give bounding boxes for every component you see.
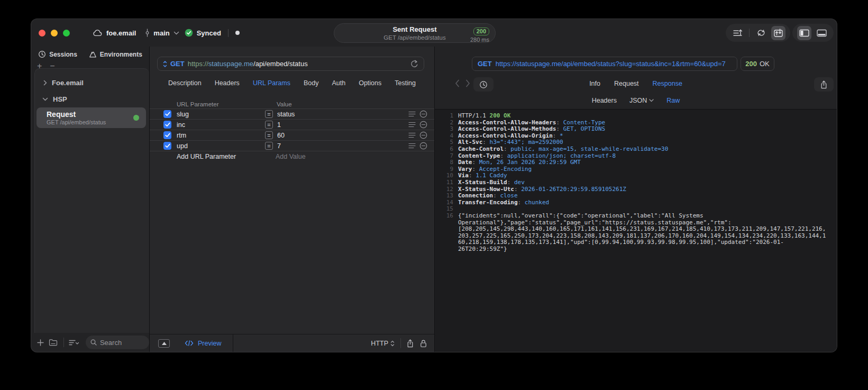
toolbar-group-layout bbox=[792, 24, 834, 42]
param-checkbox[interactable] bbox=[163, 110, 171, 118]
param-name[interactable]: rtm bbox=[177, 132, 257, 139]
param-operator[interactable]: = bbox=[265, 121, 273, 129]
export-response-button[interactable] bbox=[814, 77, 834, 92]
line-number: 2 bbox=[435, 120, 458, 126]
param-checkbox[interactable] bbox=[163, 142, 171, 150]
response-status-code: 200 bbox=[745, 60, 757, 68]
sidebar-toggle-icon[interactable] bbox=[797, 26, 811, 40]
line-number: 1 bbox=[435, 113, 458, 120]
search-icon bbox=[90, 339, 97, 346]
param-operator[interactable]: = bbox=[265, 142, 273, 150]
param-checkbox[interactable] bbox=[163, 131, 171, 139]
remove-param-icon[interactable] bbox=[419, 131, 427, 139]
sidebar: Sessions Environments + − Foe.email bbox=[31, 47, 149, 352]
tab-headers[interactable]: Headers bbox=[215, 79, 240, 87]
request-list-item[interactable]: Request GET /api/embed/status bbox=[36, 107, 146, 128]
collapse-panel-button[interactable] bbox=[158, 339, 170, 348]
response-tab-response[interactable]: Response bbox=[653, 80, 682, 87]
response-subtab-json[interactable]: JSON bbox=[629, 97, 654, 104]
param-name[interactable]: upd bbox=[177, 142, 257, 150]
method-label: GET bbox=[170, 60, 185, 68]
add-request-button[interactable] bbox=[37, 339, 44, 346]
tab-auth[interactable]: Auth bbox=[332, 79, 345, 87]
tab-url-params[interactable]: URL Params bbox=[253, 79, 290, 87]
param-row: inc=1 bbox=[150, 119, 434, 130]
sort-options-icon[interactable] bbox=[69, 339, 80, 346]
response-subtab-raw[interactable]: Raw bbox=[666, 97, 680, 104]
param-name[interactable]: slug bbox=[177, 111, 257, 118]
tab-options[interactable]: Options bbox=[359, 79, 381, 87]
column-header-value: Value bbox=[277, 101, 292, 107]
environments-icon bbox=[89, 51, 97, 58]
preview-label: Preview bbox=[198, 340, 221, 347]
params-table-header: URL Parameter Value bbox=[150, 100, 434, 108]
search-input[interactable]: Search bbox=[86, 335, 149, 349]
sync-status[interactable]: Synced bbox=[185, 29, 221, 37]
line-number: 5 bbox=[435, 139, 458, 146]
toolbar-group-requests bbox=[726, 24, 790, 42]
drag-handle-icon[interactable] bbox=[408, 111, 416, 117]
param-checkbox[interactable] bbox=[163, 121, 171, 129]
param-operator[interactable]: = bbox=[265, 131, 273, 139]
preview-button[interactable]: Preview bbox=[185, 340, 221, 347]
response-header-line: Transfer-Encoding: chunked bbox=[458, 199, 837, 206]
duration-label: 280 ms bbox=[470, 37, 489, 43]
minimize-button[interactable] bbox=[51, 30, 58, 37]
project-selector[interactable]: foe.email bbox=[93, 29, 136, 37]
remove-session-button[interactable]: − bbox=[50, 62, 54, 70]
param-value[interactable]: 60 bbox=[277, 132, 408, 139]
desktop: foe.email main Synced bbox=[0, 0, 868, 390]
response-tab-request[interactable]: Request bbox=[614, 80, 639, 87]
new-folder-icon[interactable] bbox=[49, 339, 58, 346]
share-icon[interactable] bbox=[407, 339, 414, 348]
param-value[interactable]: 1 bbox=[277, 121, 408, 129]
close-button[interactable] bbox=[39, 30, 45, 37]
param-name[interactable]: inc bbox=[177, 121, 257, 129]
lock-icon[interactable] bbox=[420, 339, 427, 348]
zoom-button[interactable] bbox=[63, 30, 70, 37]
unsaved-dot bbox=[235, 31, 240, 35]
tab-sessions[interactable]: Sessions bbox=[38, 50, 77, 58]
sync-cycle-icon[interactable] bbox=[754, 26, 768, 40]
tab-environments[interactable]: Environments bbox=[89, 50, 142, 58]
response-toolbar: InfoRequestResponse bbox=[435, 77, 837, 92]
tab-description[interactable]: Description bbox=[168, 79, 202, 87]
param-value[interactable]: status bbox=[277, 111, 408, 118]
add-value-placeholder[interactable]: Add Value bbox=[276, 153, 306, 160]
sidebar-bottom-bar: Search bbox=[31, 333, 149, 352]
sent-request-pill[interactable]: Sent Request GET /api/embed/status 200 2… bbox=[334, 23, 496, 43]
tab-testing[interactable]: Testing bbox=[395, 79, 416, 87]
tree-item-hsp[interactable]: HSP bbox=[35, 93, 149, 106]
remove-param-icon[interactable] bbox=[419, 121, 427, 129]
request-footer-bar: Preview HTTP bbox=[150, 334, 434, 352]
param-value[interactable]: 7 bbox=[277, 142, 408, 150]
response-tab-info[interactable]: Info bbox=[589, 80, 600, 87]
bottom-panel-toggle-icon[interactable] bbox=[815, 26, 829, 40]
remove-param-icon[interactable] bbox=[419, 142, 427, 150]
request-status-dot bbox=[133, 115, 139, 121]
response-subtab-headers[interactable]: Headers bbox=[592, 97, 617, 104]
drag-handle-icon[interactable] bbox=[408, 122, 416, 128]
chevron-down-icon bbox=[173, 31, 179, 35]
protocol-selector[interactable]: HTTP bbox=[371, 340, 395, 347]
method-stepper-icon[interactable] bbox=[163, 60, 167, 68]
tree-item-label: Foe.email bbox=[52, 79, 84, 87]
add-session-button[interactable]: + bbox=[37, 62, 42, 70]
send-receive-panel-icon[interactable] bbox=[771, 26, 785, 40]
branch-selector[interactable]: main bbox=[145, 29, 179, 37]
add-param-row: Add URL Parameter Add Value bbox=[150, 151, 434, 161]
remove-param-icon[interactable] bbox=[419, 110, 427, 118]
sent-url-field[interactable]: GET https://statuspage.me/api/embed/stat… bbox=[472, 57, 737, 71]
request-list-icon[interactable] bbox=[730, 26, 745, 40]
traffic-lights bbox=[39, 30, 70, 37]
param-operator[interactable]: = bbox=[265, 110, 273, 118]
tab-body[interactable]: Body bbox=[304, 79, 319, 87]
drag-handle-icon[interactable] bbox=[408, 143, 416, 149]
resend-icon[interactable] bbox=[410, 60, 418, 68]
url-input[interactable]: GET https://statuspage.me/api/embed/stat… bbox=[157, 57, 424, 71]
add-param-placeholder[interactable]: Add URL Parameter bbox=[177, 153, 262, 160]
drag-handle-icon[interactable] bbox=[408, 132, 416, 138]
request-item-title: Request bbox=[47, 110, 146, 119]
tree-item-foe-email[interactable]: Foe.email bbox=[35, 76, 149, 89]
response-body-json: {"incidents":null,"overall":{"code":"ope… bbox=[458, 213, 837, 253]
